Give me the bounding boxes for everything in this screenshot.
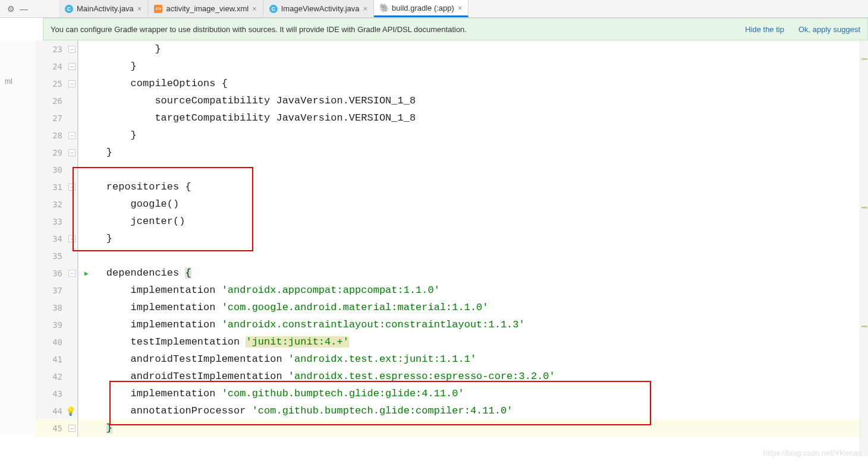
- line-number[interactable]: 45−: [36, 419, 78, 437]
- tab-label: MainActivity.java: [77, 4, 134, 13]
- left-margin: ml: [0, 40, 36, 437]
- line-number[interactable]: 30: [36, 161, 78, 178]
- code-line[interactable]: annotationProcessor 'com.github.bumptech…: [78, 402, 868, 419]
- code-line[interactable]: google(): [78, 195, 868, 213]
- code-line[interactable]: [78, 247, 868, 264]
- top-icons: ⚙ —: [0, 4, 35, 14]
- line-number[interactable]: 43: [36, 385, 78, 402]
- tip-banner: You can configure Gradle wrapper to use …: [43, 18, 868, 40]
- code-line[interactable]: implementation 'com.google.android.mater…: [78, 299, 868, 316]
- code-line[interactable]: sourceCompatibility JavaVersion.VERSION_…: [78, 92, 868, 109]
- tip-text: You can configure Gradle wrapper to use …: [51, 25, 745, 34]
- strip-mark: [861, 207, 867, 209]
- code-line[interactable]: [78, 161, 868, 178]
- close-icon[interactable]: ×: [252, 4, 257, 13]
- tab-imageviewactivity-java[interactable]: CImageViewActivity.java×: [263, 0, 374, 17]
- line-number[interactable]: 36−▶: [36, 264, 78, 282]
- fold-icon[interactable]: −: [68, 270, 76, 277]
- code-line[interactable]: implementation 'androidx.constraintlayou…: [78, 316, 868, 333]
- tab-mainactivity-java[interactable]: CMainActivity.java×: [59, 0, 148, 17]
- line-number[interactable]: 26: [36, 92, 78, 109]
- tab-label: activity_image_view.xml: [166, 4, 249, 13]
- code-line[interactable]: targetCompatibility JavaVersion.VERSION_…: [78, 109, 868, 127]
- fold-icon[interactable]: −: [68, 46, 76, 53]
- fold-icon[interactable]: −: [68, 132, 76, 139]
- line-number[interactable]: 31−: [36, 178, 78, 195]
- fold-icon[interactable]: −: [68, 235, 76, 242]
- tip-actions: Hide the tip Ok, apply suggest: [745, 25, 860, 34]
- gutter[interactable]: 23−24−25−262728−29−3031−323334−3536−▶373…: [36, 40, 78, 437]
- line-number[interactable]: 38: [36, 299, 78, 316]
- code-line[interactable]: implementation 'com.github.bumptech.glid…: [78, 385, 868, 402]
- code-line[interactable]: testImplementation 'junit:junit:4.+': [78, 333, 868, 351]
- code-area[interactable]: } } compileOptions { sourceCompatibility…: [78, 40, 868, 437]
- fold-guide: [77, 40, 78, 437]
- strip-mark: [861, 58, 867, 60]
- close-icon[interactable]: ×: [137, 4, 142, 13]
- collapse-icon[interactable]: —: [20, 4, 28, 14]
- hide-tip-link[interactable]: Hide the tip: [745, 25, 784, 34]
- editor: ml 23−24−25−262728−29−3031−323334−3536−▶…: [0, 40, 868, 437]
- line-number[interactable]: 33: [36, 213, 78, 230]
- code-line[interactable]: jcenter(): [78, 213, 868, 230]
- line-number[interactable]: 25−: [36, 75, 78, 92]
- code-line[interactable]: implementation 'androidx.appcompat:appco…: [78, 282, 868, 299]
- line-number[interactable]: 27: [36, 109, 78, 127]
- code-line[interactable]: dependencies {: [78, 264, 868, 282]
- editor-tabs: CMainActivity.java×<>activity_image_view…: [59, 0, 468, 17]
- tab-activity-image-view-xml[interactable]: <>activity_image_view.xml×: [148, 0, 263, 17]
- code-line[interactable]: }: [78, 144, 868, 161]
- code-line[interactable]: compileOptions {: [78, 75, 868, 92]
- fold-icon[interactable]: −: [68, 184, 76, 191]
- fold-icon[interactable]: −: [68, 63, 76, 70]
- tab-label: ImageViewActivity.java: [281, 4, 360, 13]
- tab-build-gradle-app-[interactable]: 🐘build.gradle (:app)×: [374, 0, 468, 17]
- line-number[interactable]: 40: [36, 333, 78, 351]
- code-line[interactable]: androidTestImplementation 'androidx.test…: [78, 368, 868, 385]
- fold-icon[interactable]: −: [68, 80, 76, 87]
- line-number[interactable]: 24−: [36, 58, 78, 75]
- watermark: https://blog.csdn.net/YKenan: [763, 449, 862, 457]
- line-number[interactable]: 23−: [36, 40, 78, 58]
- line-number[interactable]: 37: [36, 282, 78, 299]
- close-icon[interactable]: ×: [458, 4, 463, 12]
- line-number[interactable]: 42: [36, 368, 78, 385]
- fold-icon[interactable]: −: [68, 149, 76, 156]
- apply-tip-link[interactable]: Ok, apply suggest: [798, 25, 860, 34]
- code-line[interactable]: }: [78, 127, 868, 144]
- gear-icon[interactable]: ⚙: [7, 4, 15, 14]
- intention-bulb-icon[interactable]: 💡: [65, 406, 76, 416]
- code-line[interactable]: androidTestImplementation 'androidx.test…: [78, 351, 868, 368]
- line-number[interactable]: 35: [36, 247, 78, 264]
- strip-mark: [861, 326, 867, 327]
- line-number[interactable]: 44💡: [36, 402, 78, 419]
- fold-icon[interactable]: −: [68, 425, 76, 432]
- right-overview-strip[interactable]: [860, 40, 868, 456]
- line-number[interactable]: 34−: [36, 230, 78, 247]
- line-number[interactable]: 41: [36, 351, 78, 368]
- line-number[interactable]: 29−: [36, 144, 78, 161]
- close-icon[interactable]: ×: [363, 4, 368, 13]
- code-line[interactable]: }: [78, 58, 868, 75]
- tab-bar: ⚙ — CMainActivity.java×<>activity_image_…: [0, 0, 868, 18]
- code-line[interactable]: }: [78, 419, 868, 437]
- line-number[interactable]: 39: [36, 316, 78, 333]
- tab-label: build.gradle (:app): [392, 4, 454, 12]
- java-file-icon: C: [269, 5, 278, 13]
- code-line[interactable]: }: [78, 230, 868, 247]
- code-line[interactable]: repositories {: [78, 178, 868, 195]
- java-file-icon: C: [65, 5, 73, 13]
- line-number[interactable]: 32: [36, 195, 78, 213]
- xml-file-icon: <>: [154, 5, 162, 13]
- code-line[interactable]: }: [78, 40, 868, 58]
- line-number[interactable]: 28−: [36, 127, 78, 144]
- left-margin-label: ml: [5, 77, 12, 86]
- gradle-file-icon: 🐘: [380, 4, 388, 12]
